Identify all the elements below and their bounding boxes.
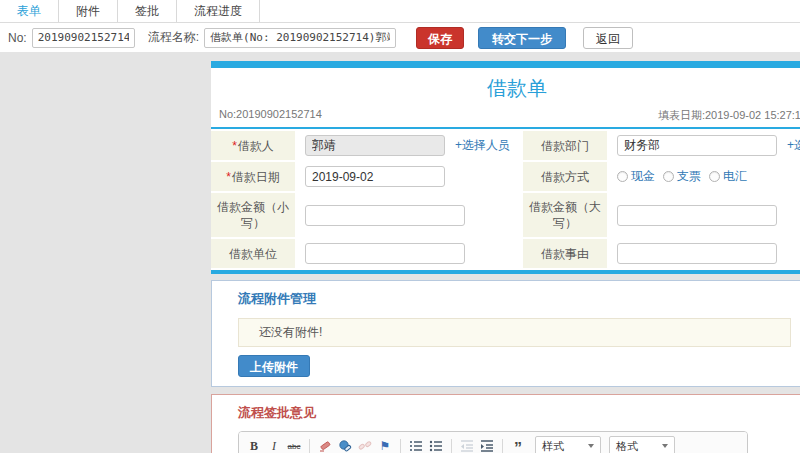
radio-cash[interactable]: 现金	[617, 168, 655, 185]
flow-name-input[interactable]	[204, 28, 396, 48]
save-button[interactable]: 保存	[416, 27, 464, 49]
toolbar-separator	[451, 439, 452, 453]
radio-check[interactable]: 支票	[663, 168, 701, 185]
no-attachments-notice: 还没有附件!	[238, 318, 791, 347]
tab-process-progress[interactable]: 流程进度	[176, 0, 260, 22]
attachments-heading: 流程附件管理	[238, 290, 796, 308]
select-department-link[interactable]: +选择部门	[787, 137, 800, 154]
anchor-flag-icon[interactable]: ⚑	[376, 437, 394, 453]
department-label: 借款部门	[523, 131, 607, 160]
editor-toolbar: B I abc ⚑	[239, 432, 747, 453]
rich-text-editor: B I abc ⚑	[238, 431, 748, 453]
amount-small-label: 借款金额（小写）	[211, 193, 295, 237]
department-field: +选择部门	[609, 131, 800, 160]
radio-icon[interactable]	[663, 171, 674, 182]
link-icon[interactable]	[336, 437, 354, 453]
amount-big-field	[609, 193, 800, 237]
unit-label: 借款单位	[211, 239, 295, 268]
main-column: 借款单 No:20190902152714 填表日期:2019-09-02 15…	[211, 61, 800, 453]
action-toolbar: No: 流程名称: 保存 转交下一步 返回	[0, 23, 800, 52]
no-label: No:	[8, 31, 27, 45]
form-grid: *借款人 +选择人员 借款部门 +选择部门 *借款日期	[211, 129, 800, 268]
strikethrough-icon[interactable]: abc	[285, 437, 303, 453]
chevron-down-icon	[662, 444, 668, 448]
unlink-icon[interactable]	[356, 437, 374, 453]
next-step-button[interactable]: 转交下一步	[478, 27, 566, 49]
approval-panel: 流程签批意见 B I abc ⚑	[211, 394, 800, 453]
attachments-panel: 流程附件管理 还没有附件! 上传附件	[211, 280, 800, 387]
radio-wire[interactable]: 电汇	[709, 168, 747, 185]
bold-icon[interactable]: B	[245, 437, 263, 453]
page-background: 借款单 No:20190902152714 填表日期:2019-09-02 15…	[0, 52, 800, 453]
form-no-text: No:20190902152714	[219, 108, 322, 123]
borrower-label: *借款人	[211, 131, 295, 160]
toolbar-separator	[400, 439, 401, 453]
amount-small-field	[297, 193, 521, 237]
method-label: 借款方式	[523, 162, 607, 191]
tab-approvals[interactable]: 签批	[117, 0, 177, 22]
amount-small-input[interactable]	[305, 205, 465, 226]
form-meta-row: No:20190902152714 填表日期:2019-09-02 15:27:…	[211, 107, 800, 129]
borrow-date-label: *借款日期	[211, 162, 295, 191]
blockquote-icon[interactable]: ”	[509, 437, 527, 453]
tab-form[interactable]: 表单	[0, 0, 58, 22]
borrower-field: +选择人员	[297, 131, 521, 160]
indent-icon[interactable]	[478, 437, 496, 453]
reason-input[interactable]	[617, 243, 777, 264]
tab-attachments[interactable]: 附件	[58, 0, 118, 22]
reason-label: 借款事由	[523, 239, 607, 268]
styles-select[interactable]: 样式	[535, 436, 601, 453]
bulleted-list-icon[interactable]	[427, 437, 445, 453]
amount-big-input[interactable]	[617, 205, 777, 226]
loan-form-panel: 借款单 No:20190902152714 填表日期:2019-09-02 15…	[211, 61, 800, 274]
unit-input[interactable]	[305, 243, 465, 264]
select-person-link[interactable]: +选择人员	[455, 137, 510, 154]
borrower-input[interactable]	[305, 135, 445, 156]
approval-heading: 流程签批意见	[238, 404, 796, 422]
required-mark: *	[226, 170, 231, 184]
required-mark: *	[232, 139, 237, 153]
department-input[interactable]	[617, 135, 777, 156]
italic-icon[interactable]: I	[265, 437, 283, 453]
back-button[interactable]: 返回	[583, 27, 633, 49]
upload-attachment-button[interactable]: 上传附件	[238, 355, 310, 377]
panel-bottom-accent	[211, 270, 800, 274]
chevron-down-icon	[588, 444, 594, 448]
remove-format-icon[interactable]	[316, 437, 334, 453]
radio-icon[interactable]	[617, 171, 628, 182]
flow-name-label: 流程名称:	[148, 29, 199, 46]
method-field: 现金 支票 电汇	[609, 162, 800, 191]
reason-field	[609, 239, 800, 268]
no-input[interactable]	[32, 28, 135, 48]
form-fill-date: 填表日期:2019-09-02 15:27:1	[658, 108, 800, 123]
method-radio-group: 现金 支票 电汇	[617, 168, 747, 185]
outdent-icon[interactable]	[458, 437, 476, 453]
toolbar-separator	[502, 439, 503, 453]
toolbar-separator	[309, 439, 310, 453]
borrow-date-field	[297, 162, 521, 191]
radio-icon[interactable]	[709, 171, 720, 182]
panel-top-accent	[211, 61, 800, 68]
numbered-list-icon[interactable]	[407, 437, 425, 453]
amount-big-label: 借款金额（大写）	[523, 193, 607, 237]
top-tab-bar: 表单 附件 签批 流程进度	[0, 0, 800, 23]
form-title: 借款单	[211, 68, 800, 107]
unit-field	[297, 239, 521, 268]
borrow-date-input[interactable]	[305, 166, 445, 187]
format-select[interactable]: 格式	[609, 436, 675, 453]
